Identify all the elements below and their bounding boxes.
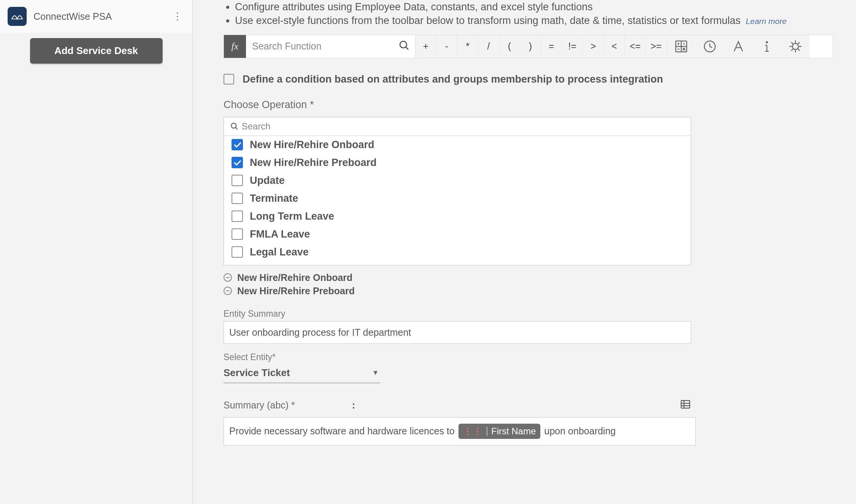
op-gte[interactable]: >= xyxy=(646,35,667,58)
operation-checkbox[interactable] xyxy=(232,175,243,186)
summary-field-header: Summary (abc) * : xyxy=(224,399,691,412)
operation-list[interactable]: New Hire/Rehire Onboard New Hire/Rehire … xyxy=(224,136,691,265)
operation-checkbox[interactable] xyxy=(232,157,243,168)
learn-more-link[interactable]: Learn more xyxy=(746,17,787,26)
op-paren-open[interactable]: ( xyxy=(499,35,520,58)
op-gt[interactable]: > xyxy=(583,35,604,58)
kebab-menu-icon[interactable]: ⋮ xyxy=(172,11,182,22)
svg-point-16 xyxy=(766,41,768,43)
condition-label: Define a condition based on attributes a… xyxy=(243,73,663,85)
summary-field-label: Summary (abc) * xyxy=(224,400,295,411)
operation-item-label: Update xyxy=(250,175,285,187)
chevron-down-icon: ▼ xyxy=(372,369,379,377)
selected-operation-row: New Hire/Rehire Onboard xyxy=(224,272,833,283)
entity-summary-label: Entity Summary xyxy=(224,309,833,319)
entity-summary-input[interactable] xyxy=(224,321,691,344)
condition-row: Define a condition based on attributes a… xyxy=(224,73,833,85)
svg-line-26 xyxy=(798,49,800,51)
operation-checkbox[interactable] xyxy=(232,139,243,150)
search-icon[interactable] xyxy=(398,40,410,53)
selected-operation-row: New Hire/Rehire Preboard xyxy=(224,285,833,297)
operation-search-input[interactable] xyxy=(241,121,685,132)
operation-item[interactable]: Long Term Leave xyxy=(224,207,691,225)
svg-point-20 xyxy=(792,43,799,49)
selected-operation-label: New Hire/Rehire Onboard xyxy=(237,272,353,283)
summary-colon: : xyxy=(352,400,355,411)
chip-label: First Name xyxy=(491,426,536,437)
op-notequal[interactable]: != xyxy=(562,35,583,58)
summary-text-before: Provide necessary software and hardware … xyxy=(229,426,455,437)
sidebar: ConnectWise PSA ⋮ Add Service Desk xyxy=(0,0,193,504)
sidebar-app-card[interactable]: ConnectWise PSA ⋮ xyxy=(0,0,192,33)
remove-selected-icon[interactable] xyxy=(224,273,232,282)
op-minus[interactable]: - xyxy=(436,35,457,58)
op-divide[interactable]: / xyxy=(478,35,499,58)
operation-item[interactable]: New Hire/Rehire Onboard xyxy=(224,136,691,154)
function-search-input[interactable] xyxy=(246,41,415,52)
operation-item-label: FMLA Leave xyxy=(250,228,310,240)
clock-icon[interactable] xyxy=(695,35,724,58)
op-multiply[interactable]: * xyxy=(457,35,478,58)
summary-field-input[interactable]: Provide necessary software and hardware … xyxy=(224,417,696,445)
text-icon[interactable] xyxy=(724,35,752,58)
chip-divider xyxy=(487,427,487,436)
choose-operation-label: Choose Operation * xyxy=(224,99,833,111)
op-equal[interactable]: = xyxy=(541,35,562,58)
instruction-line: Use excel-style functions from the toolb… xyxy=(235,14,833,27)
instruction-line: Configure attributes using Employee Data… xyxy=(235,0,833,14)
math-icon[interactable] xyxy=(667,35,695,58)
operation-item-label: Long Term Leave xyxy=(250,211,334,222)
select-entity-value: Service Ticket xyxy=(224,367,290,379)
svg-line-14 xyxy=(710,46,712,48)
operation-checkbox[interactable] xyxy=(232,193,243,204)
operation-item[interactable]: FMLA Leave xyxy=(224,225,691,243)
operation-checkbox[interactable] xyxy=(232,228,243,240)
operation-search-row xyxy=(224,117,691,136)
condition-checkbox[interactable] xyxy=(224,74,234,85)
operation-item-label: Legal Leave xyxy=(250,246,309,258)
op-lt[interactable]: < xyxy=(604,35,625,58)
search-icon xyxy=(230,122,238,131)
select-entity-dropdown[interactable]: Service Ticket ▼ xyxy=(224,365,380,383)
chip-drag-icon: ⋮⋮ xyxy=(463,426,483,437)
svg-rect-31 xyxy=(681,400,690,408)
instruction-list: Configure attributes using Employee Data… xyxy=(224,0,833,28)
operation-checkbox[interactable] xyxy=(232,246,243,258)
operation-selector: New Hire/Rehire Onboard New Hire/Rehire … xyxy=(224,117,691,265)
svg-line-27 xyxy=(791,49,793,51)
op-paren-close[interactable]: ) xyxy=(520,35,541,58)
table-icon[interactable] xyxy=(680,399,691,412)
operation-item-label: New Hire/Rehire Preboard xyxy=(250,157,377,169)
operation-item[interactable]: New Hire/Rehire Preboard xyxy=(224,154,691,172)
fx-label: fx xyxy=(224,35,246,58)
summary-text-after: upon onboarding xyxy=(544,426,616,437)
function-search-wrap xyxy=(246,35,415,58)
connectwise-icon xyxy=(8,7,27,26)
add-service-desk-button[interactable]: Add Service Desk xyxy=(30,38,163,64)
remove-selected-icon[interactable] xyxy=(224,287,232,295)
operation-item[interactable]: Update xyxy=(224,172,691,190)
info-icon[interactable] xyxy=(752,35,781,58)
svg-line-25 xyxy=(791,42,793,44)
svg-point-29 xyxy=(231,123,236,128)
operation-checkbox[interactable] xyxy=(232,211,243,222)
operation-item[interactable]: Legal Leave xyxy=(224,243,691,261)
operation-item-label: Terminate xyxy=(250,193,298,204)
op-lte[interactable]: <= xyxy=(625,35,646,58)
select-entity-label: Select Entity* xyxy=(224,352,833,362)
svg-line-28 xyxy=(798,42,800,44)
stats-icon[interactable] xyxy=(781,35,810,58)
svg-point-1 xyxy=(400,41,407,48)
svg-line-2 xyxy=(406,47,409,50)
op-plus[interactable]: + xyxy=(415,35,436,58)
formula-toolbar: fx + - * / ( ) = != > < <= >= xyxy=(224,35,833,58)
sidebar-app-label: ConnectWise PSA xyxy=(34,11,112,22)
operation-item[interactable]: Terminate xyxy=(224,190,691,207)
operation-item-label: New Hire/Rehire Onboard xyxy=(250,139,374,151)
attribute-chip-firstname[interactable]: ⋮⋮ First Name xyxy=(458,424,540,439)
main-panel: Configure attributes using Employee Data… xyxy=(193,0,856,504)
selected-operation-label: New Hire/Rehire Preboard xyxy=(237,285,355,297)
svg-line-30 xyxy=(236,128,238,129)
